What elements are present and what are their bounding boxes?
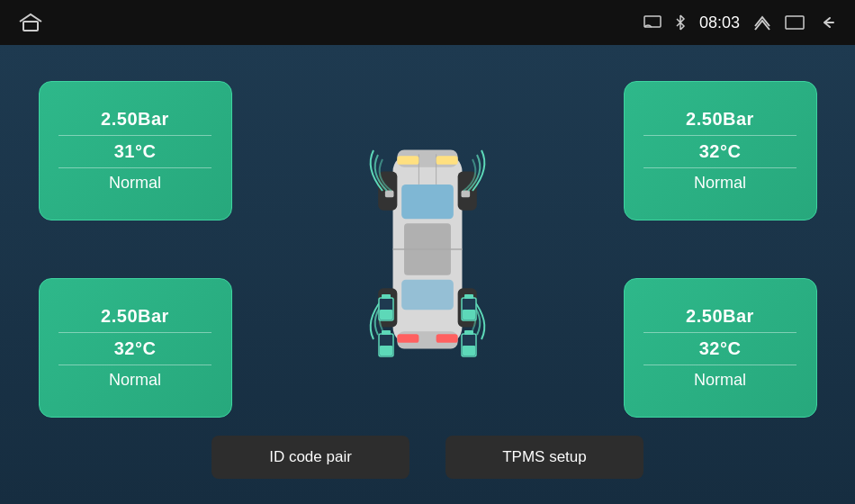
svg-rect-11 xyxy=(380,346,392,356)
battery-front-left xyxy=(378,294,394,321)
car-container xyxy=(351,119,504,380)
svg-rect-5 xyxy=(380,310,392,320)
svg-rect-10 xyxy=(382,330,391,335)
rl-divider2 xyxy=(58,364,212,365)
battery-front-right xyxy=(461,294,477,321)
fl-divider1 xyxy=(58,135,212,136)
svg-rect-19 xyxy=(401,280,454,310)
fr-pressure: 2.50Bar xyxy=(686,109,754,130)
rr-divider2 xyxy=(644,364,796,365)
rl-temperature: 32°C xyxy=(114,338,157,359)
battery-rear-left xyxy=(378,330,394,357)
rl-pressure: 2.50Bar xyxy=(101,306,169,327)
main-content: 2.50Bar 31°C Normal 2.50Bar 32°C Normal xyxy=(0,45,855,504)
home-icon[interactable] xyxy=(16,13,45,32)
tire-card-rear-right: 2.50Bar 32°C Normal xyxy=(624,278,817,418)
svg-rect-14 xyxy=(463,346,475,356)
fl-divider2 xyxy=(58,167,212,168)
cast-icon xyxy=(644,15,662,30)
svg-rect-18 xyxy=(401,184,454,219)
fr-status: Normal xyxy=(694,174,746,193)
bottom-buttons: ID code pair TPMS setup xyxy=(36,436,819,479)
fl-temperature: 31°C xyxy=(114,141,157,162)
back-icon[interactable] xyxy=(817,14,839,32)
svg-rect-2 xyxy=(786,16,804,29)
svg-rect-13 xyxy=(464,330,473,335)
tire-card-front-right: 2.50Bar 32°C Normal xyxy=(624,81,817,220)
time-display: 08:03 xyxy=(699,14,740,32)
rr-pressure: 2.50Bar xyxy=(686,306,754,327)
svg-rect-7 xyxy=(464,294,473,299)
status-bar-right: 08:03 xyxy=(644,14,839,32)
rr-divider1 xyxy=(644,332,796,333)
status-bar-left xyxy=(16,13,45,32)
signal-arrows-icon xyxy=(752,14,772,32)
fr-divider2 xyxy=(644,167,796,168)
signal-front-left xyxy=(356,146,400,195)
status-bar: 08:03 xyxy=(0,0,855,45)
rr-status: Normal xyxy=(694,371,746,390)
fr-temperature: 32°C xyxy=(699,141,742,162)
car-display xyxy=(351,72,504,427)
fl-status: Normal xyxy=(109,174,161,193)
rl-status: Normal xyxy=(109,371,161,390)
bluetooth-icon xyxy=(674,14,687,32)
tire-card-front-left: 2.50Bar 31°C Normal xyxy=(39,81,232,220)
id-code-pair-button[interactable]: ID code pair xyxy=(212,436,410,479)
signal-front-right xyxy=(454,146,500,195)
svg-rect-8 xyxy=(463,310,475,320)
screen-icon xyxy=(785,15,805,30)
fl-pressure: 2.50Bar xyxy=(101,109,169,130)
battery-rear-right xyxy=(461,330,477,357)
rr-temperature: 32°C xyxy=(699,338,742,359)
sensor-grid: 2.50Bar 31°C Normal 2.50Bar 32°C Normal xyxy=(36,72,819,427)
rl-divider1 xyxy=(58,332,212,333)
tpms-setup-button[interactable]: TPMS setup xyxy=(446,436,644,479)
svg-rect-0 xyxy=(23,22,38,31)
tire-card-rear-left: 2.50Bar 32°C Normal xyxy=(39,278,232,418)
svg-rect-4 xyxy=(382,294,391,299)
fr-divider1 xyxy=(644,135,796,136)
